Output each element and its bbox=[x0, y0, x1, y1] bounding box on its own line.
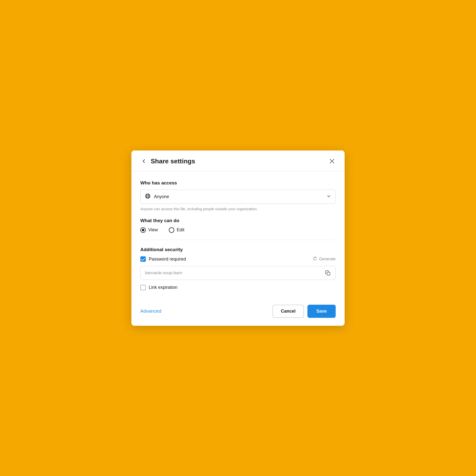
password-display: barnacle-soup-barn bbox=[145, 270, 325, 275]
password-required-checkbox[interactable] bbox=[140, 256, 146, 262]
password-required-label-row: Password required Generate bbox=[149, 256, 336, 262]
radio-edit-label: Edit bbox=[177, 227, 184, 233]
generate-label: Generate bbox=[319, 257, 336, 261]
dialog-title: Share settings bbox=[151, 157, 195, 165]
back-button[interactable] bbox=[140, 158, 147, 165]
link-expiration-checkbox[interactable] bbox=[140, 285, 146, 290]
link-expiration-label: Link expiration bbox=[149, 285, 178, 290]
advanced-link[interactable]: Advanced bbox=[140, 308, 161, 314]
generate-button[interactable]: Generate bbox=[313, 256, 336, 262]
what-they-can-do-section: What they can do View Edit bbox=[140, 218, 336, 233]
what-they-can-do-label: What they can do bbox=[140, 218, 336, 223]
share-settings-dialog: Share settings Who has access Anyone bbox=[131, 150, 345, 326]
additional-security-section: Additional security Password required Ge… bbox=[140, 247, 336, 290]
access-dropdown[interactable]: Anyone bbox=[140, 190, 336, 204]
password-input-container: barnacle-soup-barn bbox=[140, 266, 336, 280]
section-divider bbox=[140, 240, 336, 240]
permission-radio-group: View Edit bbox=[140, 227, 336, 233]
who-has-access-label: Who has access bbox=[140, 180, 336, 186]
refresh-icon bbox=[313, 256, 317, 262]
close-button[interactable] bbox=[328, 157, 336, 165]
copy-password-button[interactable] bbox=[325, 270, 331, 276]
svg-rect-5 bbox=[327, 272, 330, 275]
dialog-footer: Advanced Cancel Save bbox=[131, 300, 345, 326]
password-required-label: Password required bbox=[149, 257, 186, 262]
password-required-row: Password required Generate bbox=[140, 256, 336, 262]
dropdown-value: Anyone bbox=[154, 194, 323, 199]
footer-buttons: Cancel Save bbox=[272, 305, 336, 318]
radio-edit-indicator bbox=[169, 227, 174, 233]
chevron-down-icon bbox=[327, 194, 331, 200]
radio-view-indicator bbox=[140, 227, 146, 233]
header-left: Share settings bbox=[140, 157, 195, 165]
radio-option-view[interactable]: View bbox=[140, 227, 158, 233]
dialog-body: Who has access Anyone Anyone can access … bbox=[131, 171, 345, 300]
globe-icon bbox=[145, 193, 150, 200]
additional-security-label: Additional security bbox=[140, 247, 336, 252]
dialog-header: Share settings bbox=[131, 150, 345, 171]
radio-option-edit[interactable]: Edit bbox=[169, 227, 184, 233]
radio-view-label: View bbox=[148, 227, 158, 233]
link-expiration-row: Link expiration bbox=[140, 285, 336, 290]
access-description: Anyone can access this file, including p… bbox=[140, 207, 336, 211]
save-button[interactable]: Save bbox=[307, 305, 336, 318]
cancel-button[interactable]: Cancel bbox=[272, 305, 304, 318]
